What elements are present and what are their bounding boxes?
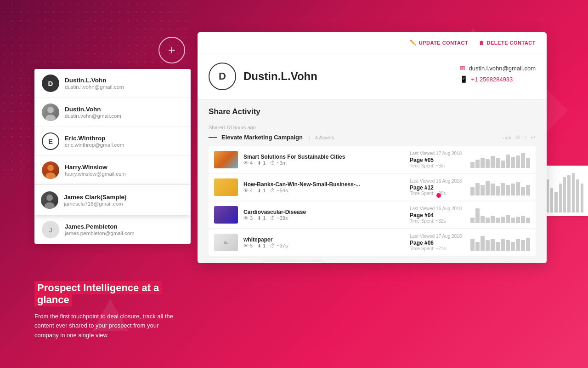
contact-email: dustin.vohn@gmail.com (65, 113, 121, 119)
share-time-ago: -5m (503, 135, 512, 140)
contact-list-item[interactable]: Harry.Winslow harry.winslow@gmail.com (34, 156, 191, 185)
download-icon: ⬇ (257, 243, 261, 249)
profile-name: Dustin.L.Vohn (243, 70, 317, 83)
clock-icon: ⏱ (270, 215, 275, 221)
chart-bar (496, 218, 500, 223)
chart-bar (475, 183, 480, 196)
time-stat: ⏱ ~39s (270, 215, 288, 221)
contact-info: James.Pembleton james.pembleton@gmail.co… (65, 223, 135, 236)
contact-email: james.pembleton@gmail.com (65, 230, 135, 236)
chart-bar (506, 185, 510, 196)
contact-email: dustin.l.vohn@gmail.com (65, 84, 124, 90)
mini-chart (470, 151, 530, 168)
campaign-line (209, 137, 217, 138)
profile-email: dustin.l.vohn@gmail.com (469, 65, 536, 72)
eye-icon: 👁 (243, 160, 249, 166)
contact-name: James.Pembleton (65, 223, 135, 230)
content-stats: 👁 5 ⬇ 1 ⏱ ~37s (243, 243, 404, 249)
chart-red-dot (436, 193, 441, 198)
time-spent: Time Spent: ~21s (410, 246, 465, 251)
share-campaign-row: Elevate Marketing Campaign | 4 Assets -5… (209, 134, 536, 141)
asset-badge: 4 Assets (315, 135, 334, 140)
chart-bar (470, 162, 475, 168)
avatar (41, 191, 58, 209)
download-stat: ⬇ 1 (257, 188, 266, 194)
content-body: Smart Solutions For Sustainable Cities 👁… (243, 154, 404, 166)
content-page-info: Last Viewed 16 Aug 2018 Page #04 Time Sp… (410, 206, 465, 224)
svg-point-1 (45, 115, 56, 121)
add-contact-button[interactable]: + (158, 37, 185, 63)
last-viewed: Last Viewed 17 Aug 2018 (410, 151, 465, 156)
chart-bar (526, 218, 530, 223)
content-list: Smart Solutions For Sustainable Cities 👁… (209, 146, 536, 256)
plus-icon: + (168, 43, 175, 58)
contact-list-item[interactable]: Dustin.Vohn dustin.vohn@gmail.com (34, 98, 191, 127)
update-contact-button[interactable]: ✏️ UPDATE CONTACT (410, 40, 468, 46)
eye-icon: 👁 (243, 243, 249, 248)
content-thumbnail: B. (214, 234, 238, 251)
large-chart-bar (572, 173, 575, 213)
phone-icon: 📱 (460, 75, 468, 83)
svg-point-4 (46, 195, 53, 201)
edit-icon: ✏️ (410, 40, 417, 46)
profile-email-row: ✉ dustin.l.vohn@gmail.com (460, 64, 536, 72)
contact-info: Dustin.Vohn dustin.vohn@gmail.com (65, 106, 121, 119)
reply-icon: ↩ (531, 134, 536, 141)
content-item[interactable]: Smart Solutions For Sustainable Cities 👁… (209, 146, 536, 173)
contact-info: Dustin.L.Vohn dustin.l.vohn@gmail.com (65, 77, 124, 90)
prospect-description: From the first touchpoint to deal closur… (34, 312, 181, 340)
chart-bar (511, 157, 515, 168)
chart-bar (511, 242, 515, 251)
large-chart-bar (581, 184, 583, 213)
chart-bar (516, 182, 520, 196)
clock-icon: ⏱ (270, 188, 275, 193)
contact-list-item[interactable]: J James.Pembleton james.pembleton@gmail.… (34, 215, 191, 244)
large-chart-bar (559, 184, 562, 213)
chart-bar (475, 208, 480, 223)
contact-list-item[interactable]: James Clark(Sample) jamescla716@gmail.co… (34, 185, 191, 215)
content-item[interactable]: B. whitepaper 👁 5 ⬇ 1 ⏱ ~37s Last Viewed… (209, 229, 536, 256)
delete-contact-button[interactable]: 🗑 DELETE CONTACT (479, 40, 536, 46)
view-stat: 👁 5 (243, 243, 253, 248)
avatar: E (42, 132, 59, 150)
chart-bar (470, 218, 475, 223)
content-item[interactable]: How-Banks-Can-Win-New-Small-Business-...… (209, 174, 536, 201)
contact-info: Harry.Winslow harry.winslow@gmail.com (65, 164, 126, 177)
download-stat: ⬇ 1 (257, 215, 266, 221)
chart-bar (475, 242, 480, 251)
page-label: Page #06 (410, 240, 465, 246)
contact-list-item[interactable]: D Dustin.L.Vohn dustin.l.vohn@gmail.com (34, 69, 191, 98)
detail-header: ✏️ UPDATE CONTACT 🗑 DELETE CONTACT (198, 32, 547, 53)
chart-bar (491, 184, 495, 196)
chart-bar (506, 155, 510, 168)
view-stat: 👁 3 (243, 215, 253, 221)
contact-email: harry.winslow@gmail.com (65, 171, 126, 177)
contact-list-item[interactable]: E Eric.Winthrop eric.winthrop@gmail.com (34, 127, 191, 156)
clock-icon: ⏱ (270, 243, 275, 248)
contact-info: Eric.Winthrop eric.winthrop@gmail.com (65, 135, 124, 148)
page-label: Page #04 (410, 212, 465, 218)
chart-bar (481, 236, 485, 251)
svg-point-5 (45, 202, 55, 209)
content-body: How-Banks-Can-Win-New-Small-Business-...… (243, 181, 404, 194)
page-label: Page #12 (410, 184, 465, 191)
chart-bar (486, 240, 490, 251)
prospect-section: Prospect Intelligence at a glance From t… (34, 282, 181, 340)
content-item[interactable]: Cardiovascular-Disease 👁 3 ⬇ 1 ⏱ ~39s La… (209, 201, 536, 228)
chart-bar (491, 239, 495, 251)
last-viewed: Last Viewed 16 Aug 2018 (410, 206, 465, 211)
contact-email: jamescla716@gmail.com (64, 201, 127, 207)
download-stat: ⬇ 1 (257, 160, 266, 166)
last-viewed: Last Viewed 17 Aug 2018 (410, 234, 465, 239)
contact-list-panel: D Dustin.L.Vohn dustin.l.vohn@gmail.com … (34, 69, 191, 244)
svg-point-3 (45, 172, 56, 179)
chart-bar (475, 160, 480, 168)
delete-contact-label: DELETE CONTACT (487, 40, 536, 46)
mail-icon: ✉ (460, 64, 465, 72)
chart-bar (501, 161, 505, 168)
content-body: whitepaper 👁 5 ⬇ 1 ⏱ ~37s (243, 236, 404, 249)
view-stat: 👁 4 (243, 160, 253, 166)
profile-initial: D (219, 70, 226, 82)
stats-tooltip: 👁 5 ⬇ 1 ⏱ ~37s (264, 262, 322, 263)
large-chart-bar (554, 192, 557, 213)
